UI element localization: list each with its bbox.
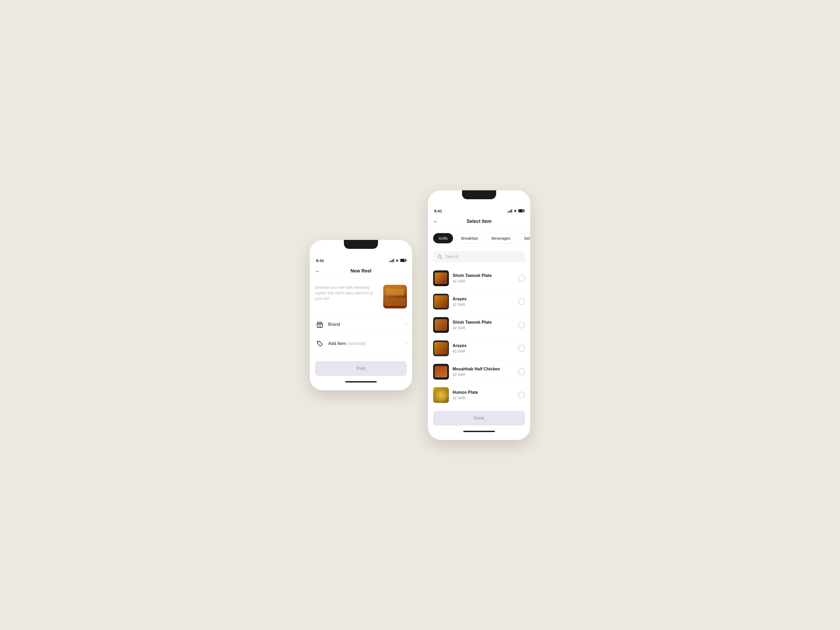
- left-home-indicator: [345, 381, 377, 382]
- food-thumbnail[interactable]: [383, 285, 407, 308]
- food-item-name-5: Mosahhab Half Chicken: [453, 367, 515, 371]
- food-item-info-6: Humos Plate 42 SAR: [453, 390, 515, 400]
- food-item-image-4: [433, 341, 449, 356]
- left-back-button[interactable]: ←: [315, 267, 322, 275]
- left-phone: 9:41 ⊜ ← New Reel Des: [310, 240, 412, 390]
- radio-button-2[interactable]: [518, 298, 525, 305]
- food-item-price-6: 42 SAR: [453, 396, 515, 400]
- right-signal-icon: [507, 209, 512, 213]
- search-placeholder: Search: [445, 254, 459, 259]
- food-item-price-5: 42 SAR: [453, 373, 515, 377]
- right-header: ← Select Item: [428, 214, 530, 229]
- left-notch: [344, 240, 378, 249]
- radio-button-1[interactable]: [518, 275, 525, 282]
- radio-button-6[interactable]: [518, 392, 525, 398]
- food-item-info-4: Arayes 42 SAR: [453, 343, 515, 353]
- items-list: Shish Tawook Plate 42 SAR Arayes 42 SAR: [428, 267, 530, 407]
- food-item-price-4: 42 SAR: [453, 349, 515, 353]
- food-item-image-2: [433, 294, 449, 309]
- list-item[interactable]: Arayes 42 SAR: [433, 290, 525, 313]
- food-thumbnail-image: [383, 285, 407, 308]
- post-button[interactable]: Post: [315, 361, 407, 376]
- list-item[interactable]: Shish Tawook Plate 42 SAR: [433, 313, 525, 337]
- food-item-name-4: Arayes: [453, 343, 515, 348]
- list-item[interactable]: Arayes 42 SAR: [433, 337, 525, 360]
- food-item-info-5: Mosahhab Half Chicken 42 SAR: [453, 367, 515, 377]
- radio-button-5[interactable]: [518, 368, 525, 375]
- food-item-image-3: [433, 317, 449, 333]
- left-signal-icon: [389, 259, 394, 262]
- right-notch-area: [428, 190, 530, 206]
- phones-container: 9:41 ⊜ ← New Reel Des: [310, 190, 530, 440]
- food-item-name-1: Shish Tawook Plate: [453, 273, 515, 278]
- left-status-bar: 9:41 ⊜: [310, 256, 412, 264]
- left-status-icons: ⊜: [389, 259, 406, 262]
- radio-button-3[interactable]: [518, 322, 525, 328]
- left-notch-area: [310, 240, 412, 256]
- left-page-title: New Reel: [351, 268, 371, 274]
- right-home-indicator: [463, 431, 495, 432]
- right-time: 9:41: [434, 209, 442, 213]
- food-item-price-3: 42 SAR: [453, 326, 515, 330]
- tab-sides[interactable]: Sid...: [518, 233, 530, 243]
- svg-rect-0: [317, 324, 322, 328]
- tab-beverages[interactable]: Beverages: [486, 233, 516, 243]
- brand-label: Brand: [328, 322, 406, 327]
- caption-placeholder[interactable]: Describe your reel with ineresting capti…: [315, 285, 379, 308]
- food-item-name-3: Shish Tawook Plate: [453, 320, 515, 325]
- food-item-image-6: [433, 387, 449, 403]
- svg-line-4: [441, 257, 442, 259]
- done-button[interactable]: Done: [433, 411, 525, 426]
- food-item-name-6: Humos Plate: [453, 390, 515, 395]
- svg-rect-1: [319, 325, 321, 328]
- list-item[interactable]: Mosahhab Half Chicken 42 SAR: [433, 360, 525, 384]
- category-tabs: Grills Breakfast Beverages Sid...: [428, 229, 530, 247]
- left-wifi-icon: ⊜: [396, 259, 398, 262]
- store-icon: [315, 320, 324, 329]
- food-item-price-2: 42 SAR: [453, 302, 515, 306]
- food-item-image-5: [433, 364, 449, 380]
- list-item[interactable]: Shish Tawook Plate 42 SAR: [433, 267, 525, 290]
- right-back-button[interactable]: ←: [433, 217, 441, 226]
- right-phone: 9:41 ⊜ ← Select Item Grills: [428, 190, 530, 440]
- search-icon: [437, 254, 442, 259]
- food-item-name-2: Arayes: [453, 297, 515, 302]
- add-item-label: Add Item (optional): [328, 341, 406, 346]
- right-status-icons: ⊜: [507, 209, 524, 213]
- left-header: ← New Reel: [310, 264, 412, 278]
- list-item[interactable]: Humos Plate 42 SAR: [433, 384, 525, 407]
- food-item-info-2: Arayes 42 SAR: [453, 297, 515, 306]
- tab-grills[interactable]: Grills: [433, 233, 453, 243]
- food-item-info-1: Shish Tawook Plate 42 SAR: [453, 273, 515, 283]
- caption-area: Describe your reel with ineresting capti…: [310, 278, 412, 315]
- food-item-price-1: 42 SAR: [453, 279, 515, 283]
- tab-breakfast[interactable]: Breakfast: [456, 233, 483, 243]
- right-page-title: Select Item: [466, 219, 491, 224]
- left-battery-icon: [400, 259, 406, 262]
- add-item-chevron-icon: ›: [406, 341, 407, 346]
- tag-icon: [315, 339, 324, 348]
- food-item-image-1: [433, 270, 449, 286]
- right-status-bar: 9:41 ⊜: [428, 206, 530, 214]
- left-content: Describe your reel with ineresting capti…: [310, 278, 412, 353]
- right-wifi-icon: ⊜: [514, 209, 516, 213]
- food-item-info-3: Shish Tawook Plate 42 SAR: [453, 320, 515, 330]
- radio-button-4[interactable]: [518, 345, 525, 352]
- right-notch: [462, 190, 496, 199]
- search-bar[interactable]: Search: [433, 251, 525, 262]
- right-battery-icon: [518, 209, 524, 212]
- left-time: 9:41: [316, 258, 324, 263]
- brand-row[interactable]: Brand ›: [310, 315, 412, 334]
- svg-point-2: [318, 342, 319, 343]
- add-item-row[interactable]: Add Item (optional) ›: [310, 334, 412, 353]
- brand-chevron-icon: ›: [406, 322, 407, 327]
